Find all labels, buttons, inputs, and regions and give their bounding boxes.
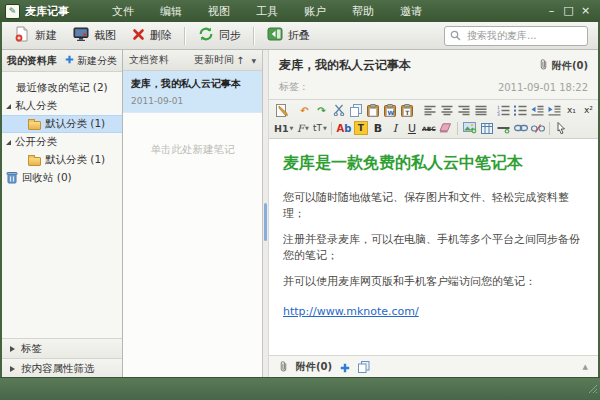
menu-edit[interactable]: 编辑	[147, 1, 195, 22]
new-category-button[interactable]: 新建分类	[65, 54, 117, 68]
collapse-button[interactable]: 折叠	[259, 24, 318, 47]
redo-icon[interactable]: ↷	[313, 102, 330, 118]
expanded-triangle-icon[interactable]	[6, 140, 11, 145]
indent-icon[interactable]	[546, 102, 563, 118]
subscript-icon[interactable]: x₁	[563, 102, 580, 118]
app-window: ✎ 麦库记事 文件 编辑 视图 工具 账户 帮助 邀请 – □ × 新建 截图	[0, 0, 600, 400]
cut-icon[interactable]	[330, 102, 347, 118]
search-icon	[450, 26, 461, 45]
tree-item-public-default[interactable]: 默认分类 (1)	[2, 151, 122, 169]
new-note-button[interactable]: 新建	[6, 23, 65, 48]
collapse-panel-icon	[267, 27, 283, 44]
toolbar-separator	[457, 122, 458, 135]
expanded-triangle-icon[interactable]	[6, 104, 11, 109]
paste-from-word-icon[interactable]: W	[381, 102, 398, 118]
delete-x-icon	[132, 28, 145, 44]
note-header-title-row: 麦库，我的私人云记事本 附件(0)	[279, 57, 588, 74]
maximize-button[interactable]: □	[560, 3, 577, 19]
tree-item-recycle-bin[interactable]: 回收站 (0)	[2, 169, 122, 187]
collapse-attachment-bar-icon[interactable]: ▲	[583, 363, 588, 371]
paste-icon[interactable]	[364, 102, 381, 118]
new-document-icon	[14, 26, 30, 45]
delete-label: 删除	[150, 28, 172, 43]
add-attachment-button[interactable]	[340, 358, 350, 377]
resize-grip[interactable]	[588, 379, 598, 398]
screenshot-button[interactable]: 截图	[65, 24, 124, 48]
editor-toolbar: ↶ ↷ W T 123 x₁	[269, 100, 598, 139]
note-paragraph: 注册并登录麦库，可以在电脑、手机等多个平台之间同步备份您的笔记；	[283, 232, 584, 264]
menu-file[interactable]: 文件	[99, 1, 147, 22]
close-button[interactable]: ×	[577, 3, 594, 19]
heading-dropdown[interactable]: H1▼	[273, 120, 294, 136]
menu-account[interactable]: 账户	[291, 1, 339, 22]
sidebar-header: 我的资料库 新建分类	[2, 50, 122, 72]
chevron-down-icon: ▼	[305, 125, 309, 131]
bold-button[interactable]: B	[369, 120, 386, 136]
underline-button[interactable]: U	[403, 120, 420, 136]
panel-splitter[interactable]	[263, 50, 269, 378]
undo-icon[interactable]: ↶	[296, 102, 313, 118]
insert-table-icon[interactable]	[478, 120, 495, 136]
menu-invite[interactable]: 邀请	[387, 1, 435, 22]
insert-image-icon[interactable]	[461, 120, 478, 136]
sidebar-section-tags[interactable]: 标签	[2, 338, 122, 358]
chevron-down-icon: ▼	[290, 125, 294, 131]
new-note-page-icon[interactable]	[273, 102, 290, 118]
sort-control[interactable]: 更新时间 ↑ ▼	[194, 53, 256, 67]
chevron-down-icon[interactable]: ▼	[251, 57, 256, 64]
superscript-icon[interactable]: x²	[580, 102, 597, 118]
outdent-icon[interactable]	[529, 102, 546, 118]
clear-format-eraser-icon[interactable]	[437, 120, 454, 136]
main-area: 我的资料库 新建分类 最近修改的笔记 (2) 私人分类 默认分类 (1)	[2, 50, 598, 378]
menu-view[interactable]: 视图	[195, 1, 243, 22]
new-note-label: 新建	[35, 28, 57, 43]
tree-group-public[interactable]: 公开分类	[2, 133, 122, 151]
attachment-copy-icon[interactable]	[358, 358, 370, 377]
note-list-item[interactable]: 麦库，我的私人云记事本 2011-09-01	[123, 71, 262, 113]
remove-link-icon[interactable]	[529, 120, 546, 136]
new-category-label: 新建分类	[77, 54, 117, 68]
align-justify-icon[interactable]	[472, 102, 489, 118]
filter-section-label: 按内容属性筛选	[21, 362, 95, 376]
delete-button[interactable]: 删除	[124, 25, 180, 47]
collapsed-triangle-icon	[10, 346, 15, 352]
tags-field-label[interactable]: 标签：	[279, 80, 309, 94]
paste-plain-text-icon[interactable]: T	[398, 102, 415, 118]
tree-group-private[interactable]: 私人分类	[2, 97, 122, 115]
insert-link-icon[interactable]	[512, 120, 529, 136]
italic-button[interactable]: I	[386, 120, 403, 136]
align-right-icon[interactable]	[455, 102, 472, 118]
align-center-icon[interactable]	[438, 102, 455, 118]
menu-tools[interactable]: 工具	[243, 1, 291, 22]
minimize-button[interactable]: –	[543, 3, 560, 19]
align-left-icon[interactable]	[421, 102, 438, 118]
select-cursor-icon[interactable]	[553, 120, 570, 136]
font-size-dropdown[interactable]: tT▼	[311, 120, 328, 136]
ordered-list-icon[interactable]: 123	[495, 102, 512, 118]
bullet-list-icon[interactable]	[512, 102, 529, 118]
recent-notes-label: 最近修改的笔记 (2)	[16, 81, 108, 95]
main-toolbar: 新建 截图 删除 同步 折叠	[2, 22, 598, 50]
tree-item-recent-notes[interactable]: 最近修改的笔记 (2)	[2, 79, 122, 97]
sync-button[interactable]: 同步	[190, 23, 249, 48]
insert-horizontal-rule-icon[interactable]	[495, 120, 512, 136]
strikethrough-button[interactable]: ABC	[420, 120, 437, 136]
menu-help[interactable]: 帮助	[339, 1, 387, 22]
attachments-count-label: 附件(0)	[552, 59, 588, 73]
font-family-dropdown[interactable]: F▼	[294, 120, 311, 136]
sidebar-section-filter[interactable]: 按内容属性筛选	[2, 358, 122, 378]
recycle-bin-icon	[6, 171, 18, 186]
mknote-link[interactable]: http://www.mknote.com/	[283, 305, 419, 318]
create-note-hint[interactable]: 单击此处新建笔记	[123, 143, 262, 157]
tree-item-private-default[interactable]: 默认分类 (1)	[2, 115, 122, 133]
highlight-color-button[interactable]: T	[352, 120, 369, 136]
splitter-drag-handle[interactable]	[264, 203, 267, 241]
search-input[interactable]	[465, 29, 582, 42]
copy-icon[interactable]	[347, 102, 364, 118]
font-color-button[interactable]: Ab	[335, 120, 352, 136]
note-header-meta-row: 标签： 2011-09-01 18:22	[279, 80, 588, 94]
category-tree: 最近修改的笔记 (2) 私人分类 默认分类 (1) 公开分类 默认分类 (1)	[2, 72, 122, 338]
attachments-button[interactable]: 附件(0)	[539, 58, 588, 73]
toolbar-separator	[331, 122, 332, 135]
note-editor-content[interactable]: 麦库是一款免费的私人云中笔记本 您可以随时随地做笔记、保存图片和文件、轻松完成资…	[269, 139, 598, 355]
